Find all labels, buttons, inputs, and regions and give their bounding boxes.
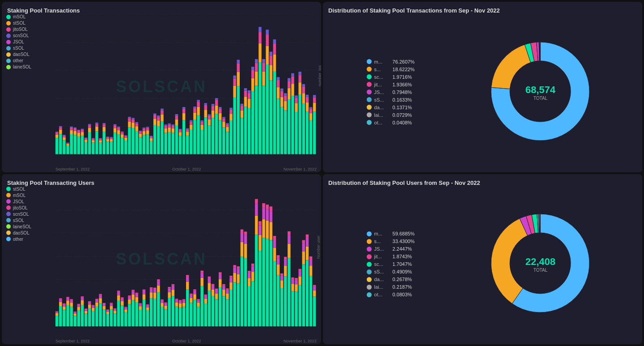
svg-rect-265	[284, 96, 287, 101]
svg-rect-578	[295, 280, 297, 284]
svg-rect-506	[229, 278, 232, 282]
svg-rect-461	[190, 298, 192, 303]
svg-rect-168	[197, 107, 199, 115]
svg-rect-572	[291, 291, 294, 326]
svg-rect-70	[106, 137, 109, 137]
bottom-right-donut-wrap: 22,408 TOTAL	[482, 205, 598, 323]
svg-rect-163	[193, 120, 196, 154]
top-right-title: Distribution of Staking Pool Transaction…	[328, 7, 637, 14]
svg-rect-507	[229, 275, 232, 277]
svg-rect-488	[215, 299, 218, 326]
legend-dot	[6, 40, 11, 44]
donut-legend-item: da... 0.2678%	[367, 277, 415, 282]
svg-rect-135	[168, 132, 170, 154]
legend-dot	[6, 218, 11, 222]
svg-rect-237	[258, 32, 261, 43]
svg-rect-524	[248, 286, 250, 326]
svg-rect-419	[150, 287, 153, 288]
svg-rect-339	[77, 303, 80, 304]
svg-rect-323	[63, 303, 65, 304]
svg-rect-379	[114, 308, 116, 309]
donut-legend-label: jit...	[374, 254, 390, 259]
svg-rect-444	[175, 306, 178, 326]
svg-rect-384	[121, 305, 123, 326]
svg-rect-430	[161, 300, 163, 303]
legend-item: scnSOL	[6, 33, 31, 38]
svg-rect-77	[114, 125, 116, 128]
bottom-left-panel: Staking Pool Transacting Users stSOLmSOL…	[2, 174, 321, 345]
svg-rect-113	[146, 128, 149, 131]
svg-rect-155	[186, 136, 189, 154]
svg-rect-181	[208, 116, 211, 120]
svg-rect-465	[193, 294, 196, 299]
svg-rect-56	[95, 127, 98, 132]
svg-rect-533	[255, 215, 258, 235]
svg-rect-81	[117, 128, 120, 130]
svg-rect-380	[117, 300, 120, 326]
svg-rect-195	[222, 128, 225, 154]
svg-rect-233	[255, 63, 258, 71]
svg-rect-74	[110, 137, 113, 138]
svg-rect-92	[128, 122, 131, 128]
svg-rect-222	[244, 88, 247, 91]
svg-rect-118	[150, 136, 153, 137]
svg-rect-500	[226, 299, 229, 326]
donut-legend-pct: 0.0408%	[393, 120, 412, 125]
svg-rect-576	[295, 291, 297, 326]
svg-rect-528	[251, 281, 254, 326]
svg-rect-329	[70, 303, 72, 307]
svg-rect-105	[139, 132, 142, 134]
svg-rect-272	[291, 84, 294, 96]
svg-rect-470	[197, 300, 199, 303]
donut-legend-dot	[367, 59, 372, 64]
svg-rect-581	[298, 276, 301, 285]
svg-rect-421	[153, 292, 156, 298]
svg-rect-235	[258, 63, 261, 154]
donut-legend-label: lai...	[374, 284, 390, 290]
svg-rect-459	[186, 275, 189, 277]
top-right-legend: m... 76.2607% s... 18.6222% sc... 1.9716…	[367, 59, 415, 125]
svg-rect-225	[248, 93, 250, 98]
svg-rect-433	[164, 305, 167, 309]
svg-rect-426	[157, 281, 160, 286]
svg-rect-398	[131, 291, 134, 294]
legend-dot	[6, 52, 11, 57]
svg-rect-295	[313, 111, 316, 154]
svg-rect-78	[114, 124, 116, 126]
svg-rect-490	[215, 290, 218, 294]
svg-rect-171	[200, 130, 203, 154]
legend-item: other	[6, 58, 31, 63]
legend-item: sSOL	[6, 46, 31, 51]
donut-legend-label: sS...	[374, 269, 390, 274]
svg-rect-541	[262, 219, 265, 237]
svg-rect-253	[273, 44, 276, 54]
svg-rect-580	[298, 285, 301, 326]
svg-rect-290	[306, 95, 309, 97]
svg-rect-519	[241, 229, 243, 233]
svg-rect-211	[237, 86, 240, 154]
svg-rect-563	[280, 273, 283, 275]
svg-rect-522	[244, 235, 247, 243]
donut-legend-item: lai... 0.2187%	[367, 284, 415, 290]
legend-item: JSOL	[6, 39, 31, 44]
x-axis-label: November 1, 2022	[284, 167, 317, 171]
svg-rect-249	[270, 56, 272, 65]
svg-rect-592	[309, 276, 312, 326]
svg-rect-505	[229, 282, 232, 290]
svg-rect-193	[219, 109, 221, 113]
svg-rect-76	[114, 128, 116, 132]
legend-label: scnSOL	[13, 33, 29, 38]
svg-rect-207	[233, 98, 236, 154]
svg-rect-259	[280, 107, 283, 154]
donut-legend-dot	[367, 247, 372, 252]
donut-legend-label: jit...	[374, 82, 390, 87]
svg-rect-573	[291, 284, 294, 291]
svg-rect-282	[298, 72, 301, 75]
svg-rect-588	[306, 260, 309, 326]
svg-rect-552	[273, 261, 276, 326]
legend-item: daoSOL	[6, 231, 31, 235]
legend-item: scnSOL	[6, 212, 31, 217]
svg-rect-436	[168, 298, 170, 326]
svg-rect-452	[182, 307, 185, 326]
svg-rect-353	[92, 308, 94, 311]
